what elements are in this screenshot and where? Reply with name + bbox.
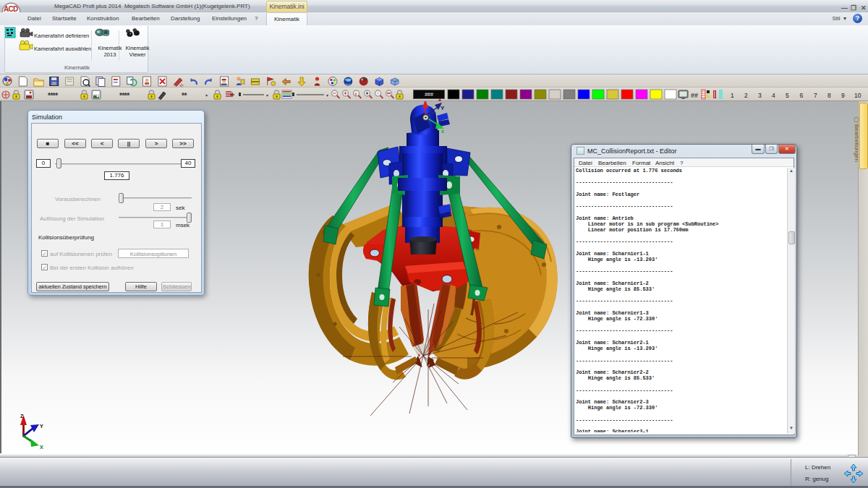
- svg-text:▾: ▾: [205, 93, 208, 98]
- svg-text:6: 6: [800, 92, 804, 99]
- svg-text:Y: Y: [40, 424, 43, 429]
- svg-text:**: **: [182, 92, 187, 100]
- svg-text:Y: Y: [441, 105, 445, 111]
- svg-text:÷: ÷: [394, 78, 398, 85]
- svg-text:7: 7: [814, 92, 817, 99]
- svg-text:3: 3: [758, 92, 762, 99]
- svg-text:X: X: [40, 445, 43, 450]
- svg-text:▾: ▾: [266, 93, 268, 98]
- svg-text:1: 1: [731, 92, 734, 99]
- svg-text:****: ****: [48, 92, 58, 100]
- svg-text:4: 4: [772, 92, 775, 99]
- svg-text:8: 8: [827, 92, 831, 99]
- svg-text:****: ****: [119, 92, 129, 100]
- svg-text:▾: ▾: [326, 93, 328, 98]
- svg-text:Z: Z: [20, 414, 24, 419]
- svg-text:x: x: [441, 129, 444, 134]
- svg-text:↡: ↡: [354, 92, 358, 96]
- svg-text:##: ##: [691, 92, 698, 99]
- svg-text:5: 5: [786, 92, 789, 99]
- svg-text:10: 10: [854, 92, 861, 99]
- svg-text:2: 2: [744, 92, 748, 99]
- svg-text:9: 9: [841, 92, 845, 99]
